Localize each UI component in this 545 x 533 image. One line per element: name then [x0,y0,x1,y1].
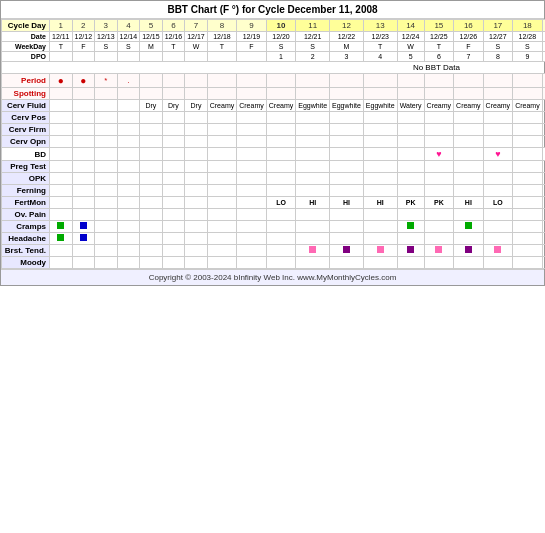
cerv-pos-row: Cerv Pos Cerv Pos [2,112,546,124]
date-row: Date 12/11 12/12 12/13 12/14 12/15 12/16… [2,32,546,42]
opk-row: OPK OPK [2,173,546,185]
cramps-label: Cramps [2,221,50,233]
cerv-pos-label: Cerv Pos [2,112,50,124]
cerv-fluid-label: Cerv Fluid [2,100,50,112]
preg-test-row: Preg Test Preg Test [2,161,546,173]
cramps-row: Cramps [2,221,546,233]
main-container: BBT Chart (F °) for Cycle December 11, 2… [0,0,545,286]
spotting-label: Spotting [2,88,50,100]
cerv-fluid-row: Cerv Fluid Dry Dry Dry Creamy Creamy Cre… [2,100,546,112]
cerv-opn-row: Cerv Opn Cerv Opn [2,136,546,148]
copyright: Copyright © 2003-2024 bInfinity Web Inc.… [1,269,544,285]
fertmon-row: FertMon LO HI HI HI PK PK HI LO [2,197,546,209]
bbt-chart-table: Cycle Day 1 2 3 4 5 6 7 8 9 10 11 12 13 … [1,19,545,269]
period-label: Period [2,74,50,88]
cerv-opn-label: Cerv Opn [2,136,50,148]
ov-pain-row: Ov. Pain Ov. Pain [2,209,546,221]
weekday-row: WeekDay T F S S M T W T F S S M T W T F … [2,42,546,52]
cerv-firm-row: Cerv Firm Cerv Firm [2,124,546,136]
headache-label: Headache [2,233,50,245]
bd-row: BD ♥ ♥ ♥ [2,148,546,161]
fertmon-label: FertMon [2,197,50,209]
dpo-label: DPO [2,52,50,62]
dpo-row: DPO 1 2 3 4 5 6 7 8 9 10 11 12 13 [2,52,546,62]
brst-tend-label: Brst. Tend. [2,245,50,257]
opk-label: OPK [2,173,50,185]
spotting-row: Spotting :: : [2,88,546,100]
chart-title: BBT Chart (F °) for Cycle December 11, 2… [1,1,544,19]
period-row: Period ● ● * . [2,74,546,88]
ferning-label: Ferning [2,185,50,197]
moody-label: Moody [2,257,50,269]
ov-pain-label: Ov. Pain [2,209,50,221]
headache-row: Headache [2,233,546,245]
cerv-firm-label: Cerv Firm [2,124,50,136]
weekday-label: WeekDay [2,42,50,52]
preg-test-label: Preg Test [2,161,50,173]
date-label: Date [2,32,50,42]
cycle-day-label: Cycle Day [2,20,50,32]
moody-row: Moody Moody [2,257,546,269]
brst-tend-row: Brst. Tend. [2,245,546,257]
ferning-row: Ferning Ferning [2,185,546,197]
cycle-day-header-row: Cycle Day 1 2 3 4 5 6 7 8 9 10 11 12 13 … [2,20,546,32]
bd-label: BD [2,148,50,161]
no-bbt-row: No BBT Data [2,62,546,74]
